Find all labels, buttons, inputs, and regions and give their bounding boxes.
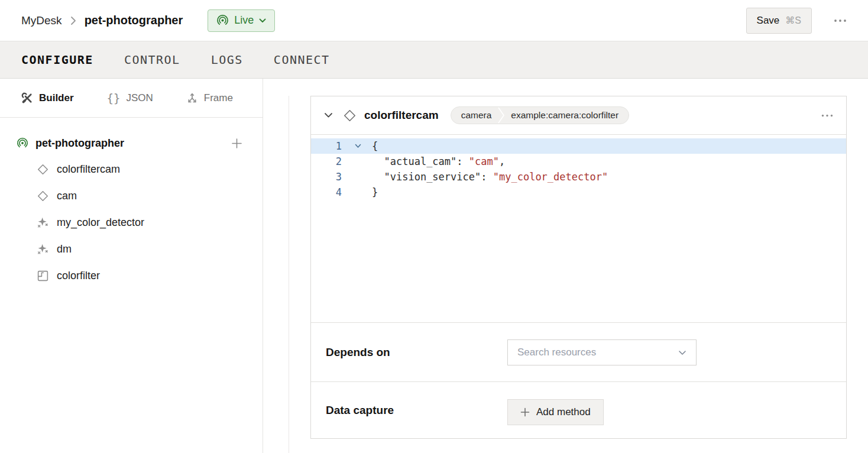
code-text: "vision_service": "my_color_detector" <box>372 169 608 185</box>
tree-item-label: colorfilter <box>57 270 100 282</box>
model-badge: example:camera:colorfilter <box>511 110 618 121</box>
tab-control[interactable]: CONTROL <box>124 53 180 67</box>
config-sidebar: Builder {} JSON Frame <box>0 79 263 453</box>
tree-item-my-color-detector[interactable]: my_color_detector <box>0 209 263 236</box>
tab-configure[interactable]: CONFIGURE <box>21 53 93 67</box>
fold-chevron-icon[interactable] <box>355 144 361 148</box>
resource-card-colorfiltercam: colorfiltercam camera example:camera:col… <box>310 96 847 439</box>
fold-gutter <box>342 169 372 185</box>
mode-json[interactable]: {} JSON <box>107 92 153 105</box>
service-sparkles-icon <box>37 243 49 255</box>
depends-on-section: Depends on <box>311 323 846 382</box>
fold-gutter <box>342 154 372 169</box>
depends-on-select[interactable] <box>507 339 697 365</box>
tree-item-cam[interactable]: cam <box>0 183 263 209</box>
live-machine-icon <box>17 137 28 149</box>
tree-item-label: colorfiltercam <box>57 163 120 176</box>
tree-item-label: dm <box>57 243 72 255</box>
attributes-json-editor[interactable]: 1 { 2 "actual_cam": "cam", 3 "vision_ser… <box>311 135 846 323</box>
chevron-down-icon <box>678 350 686 355</box>
topbar-actions: Save ⌘S <box>746 8 847 34</box>
chevron-down-icon <box>259 18 266 23</box>
code-text: "actual_cam": "cam", <box>372 154 505 169</box>
line-number: 3 <box>311 169 342 185</box>
tab-connect[interactable]: CONNECT <box>274 53 330 67</box>
resource-title: colorfiltercam <box>364 109 439 122</box>
collapse-chevron-icon[interactable] <box>324 112 333 118</box>
resource-card-header: colorfiltercam camera example:camera:col… <box>311 96 846 135</box>
badge-divider-icon <box>498 107 504 124</box>
resource-type-badge: camera example:camera:colorfilter <box>451 106 629 124</box>
add-resource-icon[interactable] <box>231 138 242 149</box>
live-status-label: Live <box>234 14 254 27</box>
data-capture-label: Data capture <box>326 404 394 417</box>
chevron-right-icon <box>70 16 76 25</box>
tab-logs[interactable]: LOGS <box>211 53 243 67</box>
more-options-icon[interactable] <box>834 19 847 22</box>
line-number: 4 <box>311 185 342 200</box>
save-button-label: Save <box>757 15 780 27</box>
main-nav-tabs: CONFIGURE CONTROL LOGS CONNECT <box>0 41 868 79</box>
mode-frame-label: Frame <box>204 92 233 104</box>
mode-frame[interactable]: Frame <box>186 92 233 104</box>
mode-builder[interactable]: Builder <box>21 92 74 104</box>
save-button[interactable]: Save ⌘S <box>746 8 812 34</box>
live-broadcast-icon <box>216 14 229 27</box>
component-diamond-icon <box>343 109 357 122</box>
depends-on-label: Depends on <box>326 346 390 359</box>
code-line: 2 "actual_cam": "cam", <box>311 154 846 169</box>
fold-gutter <box>342 185 372 200</box>
code-text: { <box>372 138 378 154</box>
code-line: 1 { <box>311 138 846 154</box>
tree-item-label: my_color_detector <box>57 216 144 229</box>
line-number: 1 <box>311 138 342 154</box>
data-capture-section: Data capture Add method <box>311 382 846 439</box>
resource-tree: pet-photographer colorfiltercam cam <box>0 118 263 289</box>
tree-item-colorfiltercam[interactable]: colorfiltercam <box>0 156 263 183</box>
breadcrumb-org-link[interactable]: MyDesk <box>21 14 62 27</box>
mode-json-label: JSON <box>126 92 153 104</box>
config-mode-switcher: Builder {} JSON Frame <box>0 79 263 118</box>
mode-builder-label: Builder <box>39 92 74 104</box>
code-line: 3 "vision_service": "my_color_detector" <box>311 169 846 185</box>
service-sparkles-icon <box>37 216 49 229</box>
braces-icon: {} <box>107 92 121 105</box>
code-line: 4 } <box>311 185 846 200</box>
module-icon <box>37 270 49 282</box>
tools-icon <box>21 92 33 104</box>
tree-root-label: pet-photographer <box>35 137 124 150</box>
component-diamond-icon <box>37 163 49 176</box>
content-divider <box>289 96 289 453</box>
component-diamond-icon <box>37 190 49 202</box>
save-shortcut-hint: ⌘S <box>785 15 801 26</box>
live-status-dropdown[interactable]: Live <box>208 9 275 32</box>
search-resources-input[interactable] <box>517 347 678 358</box>
machine-config-page: MyDesk pet-photographer Live Save <box>0 0 868 453</box>
frame-axes-icon <box>186 92 198 104</box>
breadcrumb-machine-name: pet-photographer <box>85 14 183 27</box>
top-bar: MyDesk pet-photographer Live Save <box>0 0 868 41</box>
tree-item-colorfilter[interactable]: colorfilter <box>0 263 263 289</box>
breadcrumb: MyDesk pet-photographer <box>21 14 183 27</box>
tree-root-machine[interactable]: pet-photographer <box>0 130 263 156</box>
tree-item-label: cam <box>57 190 77 202</box>
line-number: 2 <box>311 154 342 169</box>
code-text: } <box>372 185 378 200</box>
add-method-button[interactable]: Add method <box>507 399 604 425</box>
plus-icon <box>520 407 530 417</box>
api-badge: camera <box>461 110 492 121</box>
tree-item-dm[interactable]: dm <box>0 236 263 263</box>
fold-gutter <box>342 138 372 154</box>
card-more-options-icon[interactable] <box>821 114 833 117</box>
add-method-label: Add method <box>536 406 591 418</box>
